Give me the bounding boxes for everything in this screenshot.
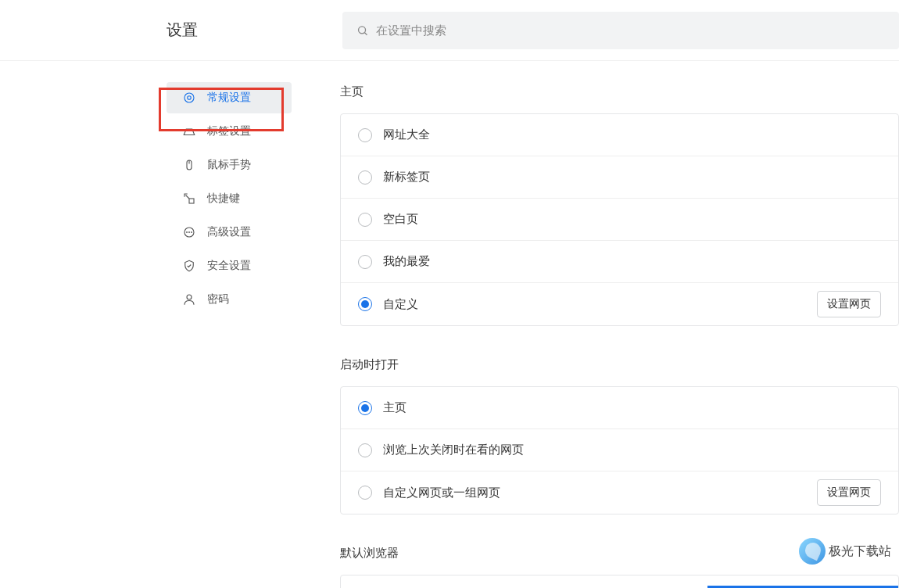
- radio-label: 新标签页: [383, 170, 881, 185]
- radio-label: 网址大全: [383, 127, 881, 142]
- svg-point-11: [187, 295, 192, 299]
- sidebar-item-mouse-gesture[interactable]: 鼠标手势: [167, 149, 292, 181]
- section-default-browser: 默认浏览器 搜狗浏览器目前不是默认浏览器 将搜狗浏览器设置为默认浏览器并锁: [340, 546, 899, 588]
- radio-icon: [358, 486, 372, 500]
- svg-point-2: [184, 93, 194, 102]
- radio-label: 自定义网页或一组网页: [383, 486, 817, 500]
- sidebar-item-label: 鼠标手势: [207, 158, 251, 172]
- startup-card: 主页 浏览上次关闭时在看的网页 自定义网页或一组网页 设置网页: [340, 386, 899, 514]
- svg-point-0: [359, 26, 366, 33]
- search-box[interactable]: [342, 12, 899, 49]
- sidebar-item-general[interactable]: 常规设置: [167, 82, 292, 113]
- radio-icon: [358, 128, 372, 142]
- radio-icon: [358, 443, 372, 457]
- radio-row-blank-page[interactable]: 空白页: [341, 199, 898, 241]
- sidebar-item-shortcut[interactable]: 快捷键: [167, 183, 292, 214]
- section-title: 主页: [340, 84, 899, 99]
- set-webpage-button[interactable]: 设置网页: [817, 479, 881, 506]
- sidebar-item-advanced[interactable]: 高级设置: [167, 217, 292, 248]
- sidebar-item-label: 高级设置: [207, 225, 251, 239]
- radio-row-last-session[interactable]: 浏览上次关闭时在看的网页: [341, 429, 898, 471]
- sidebar-item-label: 快捷键: [207, 192, 240, 206]
- radio-row-custom-pages[interactable]: 自定义网页或一组网页 设置网页: [341, 471, 898, 514]
- sidebar-item-label: 标签设置: [207, 124, 251, 138]
- sidebar-item-security[interactable]: 安全设置: [167, 250, 292, 281]
- person-icon: [182, 292, 196, 307]
- svg-rect-6: [189, 199, 194, 203]
- page-title: 设置: [167, 20, 198, 41]
- search-icon: [356, 24, 368, 37]
- svg-point-3: [188, 96, 192, 100]
- radio-icon: [358, 170, 372, 185]
- section-title: 默认浏览器: [340, 546, 899, 561]
- body: 常规设置 标签设置 鼠标手势 快捷键 高级设置 安全设置 密码 主: [0, 61, 899, 588]
- tab-icon: [182, 124, 196, 138]
- sidebar-item-label: 密码: [207, 292, 229, 307]
- radio-row-custom[interactable]: 自定义 设置网页: [341, 283, 898, 325]
- radio-icon: [358, 213, 372, 227]
- radio-icon: [358, 255, 372, 269]
- search-input[interactable]: [376, 23, 899, 37]
- radio-icon: [358, 297, 372, 311]
- sidebar-item-tabs[interactable]: 标签设置: [167, 116, 292, 147]
- sidebar-item-label: 安全设置: [207, 259, 251, 273]
- more-circle-icon: [182, 225, 196, 239]
- header: 设置: [0, 0, 899, 61]
- svg-point-9: [189, 232, 190, 233]
- radio-label: 空白页: [383, 212, 881, 227]
- radio-label: 主页: [383, 400, 881, 415]
- section-homepage: 主页 网址大全 新标签页 空白页 我的最爱: [340, 84, 899, 326]
- svg-point-8: [187, 232, 188, 233]
- radio-row-url-collection[interactable]: 网址大全: [341, 114, 898, 156]
- sidebar-item-password[interactable]: 密码: [167, 284, 292, 315]
- homepage-card: 网址大全 新标签页 空白页 我的最爱 自定义 设置网页: [340, 113, 899, 326]
- default-browser-row: 搜狗浏览器目前不是默认浏览器 将搜狗浏览器设置为默认浏览器并锁: [340, 575, 899, 588]
- shield-icon: [182, 259, 196, 273]
- radio-label: 我的最爱: [383, 254, 881, 269]
- radio-row-new-tab[interactable]: 新标签页: [341, 156, 898, 199]
- radio-row-favorites[interactable]: 我的最爱: [341, 241, 898, 283]
- radio-label: 浏览上次关闭时在看的网页: [383, 443, 881, 457]
- mouse-icon: [182, 158, 196, 172]
- radio-icon: [358, 401, 372, 415]
- svg-point-10: [192, 232, 192, 233]
- radio-row-homepage[interactable]: 主页: [341, 387, 898, 429]
- svg-line-1: [364, 32, 367, 34]
- section-startup: 启动时打开 主页 浏览上次关闭时在看的网页 自定义网页或一组网页 设置网页: [340, 357, 899, 514]
- content-area: 主页 网址大全 新标签页 空白页 我的最爱: [340, 61, 899, 588]
- settings-gear-icon: [182, 91, 196, 105]
- section-title: 启动时打开: [340, 357, 899, 372]
- sidebar-item-label: 常规设置: [207, 91, 251, 105]
- set-webpage-button[interactable]: 设置网页: [817, 291, 881, 317]
- shortcut-icon: [182, 192, 196, 206]
- radio-label: 自定义: [383, 297, 817, 312]
- sidebar: 常规设置 标签设置 鼠标手势 快捷键 高级设置 安全设置 密码: [0, 61, 340, 588]
